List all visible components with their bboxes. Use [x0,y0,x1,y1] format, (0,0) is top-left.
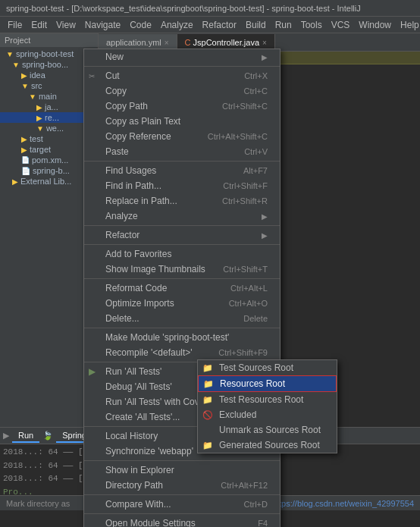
tab-jsp-close[interactable]: × [262,39,267,47]
menu-view[interactable]: View [52,20,80,30]
menu-recompile-shortcut: Ctrl+Shift+F9 [218,348,268,357]
run-tab-run[interactable]: Run [12,429,39,443]
menu-copy-path[interactable]: Copy Path Ctrl+Shift+C [84,99,280,114]
tree-java-label: ja... [45,102,58,111]
menu-cut-label: Cut [105,71,120,81]
menu-copy-path-shortcut: Ctrl+Shift+C [222,102,268,111]
title-text: spring-boot-test - [D:\workspace_test\id… [6,4,361,13]
menu-vcs[interactable]: VCS [327,20,355,30]
menu-help[interactable]: Help [396,20,420,30]
menu-show-thumbnails-shortcut: Ctrl+Shift+T [223,265,268,274]
run-tests-icon: ▶ [89,366,96,377]
menu-cut[interactable]: ✂ Cut Ctrl+X [84,68,280,83]
tab-application-close[interactable]: × [165,39,169,47]
submenu-test-resources[interactable]: 📁 Test Resources Root [198,392,337,407]
menu-replace-shortcut: Ctrl+Shift+R [222,196,268,205]
tab-jsp-controller-label: JspController.java [193,38,259,47]
tree-target-label: target [30,145,51,154]
menu-find-in-path[interactable]: Find in Path... Ctrl+Shift+F [84,178,280,193]
menu-bar: File Edit View Navigate Code Analyze Ref… [0,17,420,33]
menu-delete-shortcut: Delete [243,314,268,323]
menu-recompile[interactable]: Recompile '<default>' Ctrl+Shift+F9 [84,345,280,360]
menu-tools[interactable]: Tools [296,20,327,30]
menu-make-module[interactable]: Make Module 'spring-boot-test' [84,330,280,345]
menu-navigate[interactable]: Navigate [80,20,125,30]
menu-new-arrow: ▶ [262,53,268,61]
menu-find-usages-label: Find Usages [105,165,156,176]
menu-paste-shortcut: Ctrl+V [244,147,268,156]
menu-run[interactable]: Run [271,20,296,30]
generated-icon: 📁 [202,441,213,450]
menu-reformat[interactable]: Reformat Code Ctrl+Alt+L [84,281,280,296]
project-icon: ▼ [6,50,14,58]
submenu-excluded[interactable]: 🚫 Excluded [198,407,337,422]
tree-resources-label: re... [45,113,59,122]
title-bar: spring-boot-test - [D:\workspace_test\id… [0,0,420,17]
menu-delete-label: Delete... [105,313,139,324]
menu-window[interactable]: Window [354,20,396,30]
separator-4 [84,244,280,245]
cut-icon: ✂ [89,72,95,80]
tree-project-label: spring-boot-test [16,49,74,58]
springboot-folder-icon: ▼ [12,61,20,69]
menu-file[interactable]: File [3,20,27,30]
menu-run-tests-label: Run 'All Tests' [105,366,161,377]
menu-paste-label: Paste [105,146,129,157]
menu-find-usages[interactable]: Find Usages Alt+F7 [84,163,280,178]
menu-show-thumbnails[interactable]: Show Image Thumbnails Ctrl+Shift+T [84,262,280,277]
separator-9 [84,460,280,461]
context-menu: New ▶ ✂ Cut Ctrl+X Copy Ctrl+C Copy Path… [83,49,281,527]
menu-delete[interactable]: Delete... Delete [84,311,280,326]
springb-file-icon: 📄 [21,167,30,175]
extlib-folder-icon: ▶ [12,177,18,186]
menu-show-explorer-label: Show in Explorer [105,465,174,475]
menu-analyze[interactable]: Analyze ▶ [84,209,280,224]
menu-build[interactable]: Build [241,20,271,30]
submenu-test-sources[interactable]: 📁 Test Sources Root [198,360,337,375]
menu-new[interactable]: New ▶ [84,49,280,64]
separator-5 [84,278,280,279]
menu-new-label: New [105,52,124,62]
menu-copy-path-label: Copy Path [105,101,148,111]
tree-springb-label: spring-b... [33,166,70,175]
menu-recompile-label: Recompile '<default>' [105,347,193,358]
menu-replace-label: Replace in Path... [105,196,177,206]
status-left-text: Mark directory as [6,499,70,508]
menu-refactor[interactable]: Refactor [198,20,241,30]
menu-find-in-path-shortcut: Ctrl+Shift+F [223,181,268,190]
menu-copy[interactable]: Copy Ctrl+C [84,83,280,99]
menu-replace-in-path[interactable]: Replace in Path... Ctrl+Shift+R [84,193,280,209]
webapp-folder-icon: ▼ [36,124,44,133]
menu-analyze[interactable]: Analyze [156,20,198,30]
menu-copy-ref[interactable]: Copy Reference Ctrl+Alt+Shift+C [84,129,280,144]
excluded-icon: 🚫 [202,410,213,420]
menu-refactor[interactable]: Refactor ▶ [84,227,280,243]
tree-src-label: src [31,81,42,90]
menu-module-settings[interactable]: Open Module Settings F4 [84,516,280,527]
submenu-unmark[interactable]: Unmark as Sources Root [198,422,337,438]
menu-copy-ref-shortcut: Ctrl+Alt+Shift+C [208,132,268,141]
resources-folder-icon: ▶ [36,114,42,122]
submenu-resources-root[interactable]: 📁 Resources Root [198,375,337,392]
menu-module-settings-shortcut: F4 [258,519,268,527]
java-folder-icon: ▶ [36,103,42,111]
menu-module-settings-label: Open Module Settings [105,518,196,527]
tree-test-label: test [30,134,43,143]
menu-paste[interactable]: Paste Ctrl+V [84,144,280,159]
submenu-generated-label: Generated Sources Root [219,440,320,450]
menu-show-explorer[interactable]: Show in Explorer [84,463,280,478]
menu-add-favorites[interactable]: Add to Favorites [84,246,280,262]
menu-optimize-imports[interactable]: Optimize Imports Ctrl+Alt+O [84,296,280,311]
menu-compare-with[interactable]: Compare With... Ctrl+D [84,497,280,512]
menu-cut-shortcut: Ctrl+X [244,71,268,80]
tree-extlib-label: External Lib... [20,177,71,186]
submenu-generated[interactable]: 📁 Generated Sources Root [198,438,337,453]
menu-directory-path[interactable]: Directory Path Ctrl+Alt+F12 [84,478,280,493]
test-folder-icon: ▶ [21,135,27,143]
separator-10 [84,494,280,495]
menu-make-module-label: Make Module 'spring-boot-test' [105,332,229,343]
menu-copy-plain[interactable]: Copy as Plain Text [84,114,280,129]
menu-edit[interactable]: Edit [27,20,52,30]
menu-code[interactable]: Code [125,20,156,30]
submenu-resources-label: Resources Root [220,378,285,389]
